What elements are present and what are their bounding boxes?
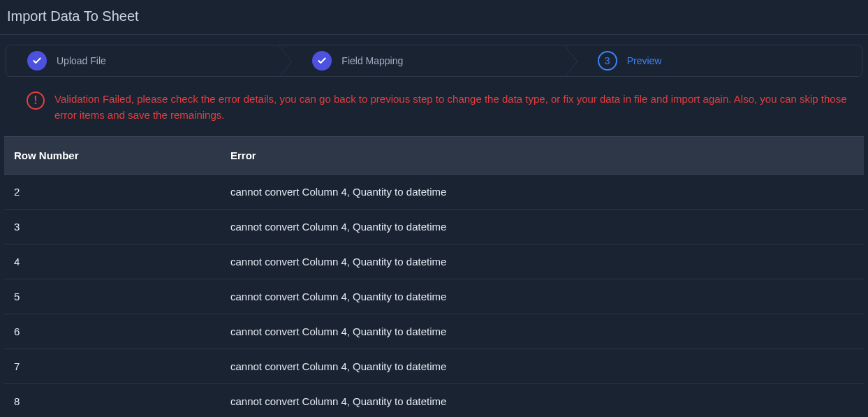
cell-row-number: 5 [4,279,221,314]
validation-alert: ! Validation Failed, please check the er… [0,77,868,129]
table-row: 8cannot convert Column 4, Quantity to da… [4,383,864,417]
cell-error: cannot convert Column 4, Quantity to dat… [221,209,864,244]
step-field-mapping[interactable]: Field Mapping [291,45,576,76]
cell-error: cannot convert Column 4, Quantity to dat… [221,349,864,383]
stepper: Upload File Field Mapping 3 Preview [6,45,862,77]
page-title: Import Data To Sheet [0,0,868,35]
cell-error: cannot convert Column 4, Quantity to dat… [221,314,864,349]
table-row: 4cannot convert Column 4, Quantity to da… [4,244,864,279]
cell-error: cannot convert Column 4, Quantity to dat… [221,244,864,279]
step-preview[interactable]: 3 Preview [577,45,862,76]
error-icon: ! [27,92,45,110]
error-table-wrap[interactable]: Row Number Error 2cannot convert Column … [4,136,864,418]
cell-row-number: 8 [4,383,221,417]
table-row: 3cannot convert Column 4, Quantity to da… [4,209,864,244]
column-header-error: Error [221,136,864,174]
cell-error: cannot convert Column 4, Quantity to dat… [221,174,864,209]
cell-error: cannot convert Column 4, Quantity to dat… [221,383,864,417]
cell-row-number: 4 [4,244,221,279]
cell-error: cannot convert Column 4, Quantity to dat… [221,279,864,314]
table-row: 5cannot convert Column 4, Quantity to da… [4,279,864,314]
table-row: 7cannot convert Column 4, Quantity to da… [4,349,864,383]
step-number-badge: 3 [598,51,617,71]
step-label: Upload File [57,55,106,66]
cell-row-number: 6 [4,314,221,349]
step-label: Preview [627,55,662,66]
table-row: 2cannot convert Column 4, Quantity to da… [4,174,864,209]
alert-message: Validation Failed, please check the erro… [54,91,861,124]
error-table: Row Number Error 2cannot convert Column … [4,136,864,418]
cell-row-number: 2 [4,174,221,209]
cell-row-number: 3 [4,209,221,244]
cell-row-number: 7 [4,349,221,383]
step-label: Field Mapping [341,55,403,66]
table-row: 6cannot convert Column 4, Quantity to da… [4,314,864,349]
check-icon [312,51,332,71]
step-upload-file[interactable]: Upload File [6,45,291,76]
column-header-row-number: Row Number [4,136,221,174]
check-icon [27,51,47,71]
